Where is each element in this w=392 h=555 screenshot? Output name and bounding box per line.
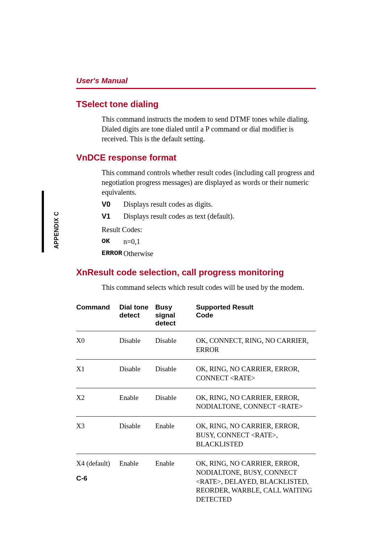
cell-bs: Disable bbox=[155, 388, 196, 416]
th-res-line2: Code bbox=[196, 311, 213, 319]
result-codes-label: Result Codes: bbox=[102, 225, 316, 235]
body-tselect: This command instructs the modem to send… bbox=[102, 114, 316, 144]
cell-bs: Disable bbox=[155, 360, 196, 388]
vndce-intro: This command controls whether result cod… bbox=[102, 168, 316, 197]
page-number: C-6 bbox=[76, 474, 87, 482]
cell-res: OK, RING, NO CARRIER, ERROR, NODIALTONE,… bbox=[196, 454, 316, 509]
th-res-line1: Supported Result bbox=[196, 303, 253, 311]
table-row: X3 Disable Enable OK, RING, NO CARRIER, … bbox=[76, 417, 316, 454]
cell-bs: Disable bbox=[155, 331, 196, 360]
cell-dt: Enable bbox=[119, 388, 155, 416]
cell-bs: Enable bbox=[155, 454, 196, 509]
cell-dt: Enable bbox=[119, 454, 155, 509]
cell-res: OK, RING, NO CARRIER, ERROR, CONNECT <RA… bbox=[196, 360, 316, 388]
cell-cmd: X0 bbox=[76, 331, 119, 360]
th-busysignal: Busy signal detect bbox=[155, 303, 196, 331]
th-command-text: Command bbox=[76, 303, 110, 311]
cell-res: OK, RING, NO CARRIER, ERROR, NODIALTONE,… bbox=[196, 388, 316, 416]
heading-tselect: TSelect tone dialing bbox=[76, 99, 316, 109]
page-header: User's Manual bbox=[76, 76, 316, 89]
cell-cmd: X1 bbox=[76, 360, 119, 388]
body-vndce: This command controls whether result cod… bbox=[102, 168, 316, 259]
key-error: ERROR bbox=[102, 249, 123, 259]
th-dt-line1: Dial tone bbox=[119, 303, 148, 311]
heading-xn: XnResult code selection, call progress m… bbox=[76, 267, 316, 278]
table-row: X0 Disable Disable OK, CONNECT, RING, NO… bbox=[76, 331, 316, 360]
page: User's Manual TSelect tone dialing This … bbox=[0, 0, 392, 509]
body-xn: This command selects which result codes … bbox=[102, 283, 316, 292]
val-ok: n=0,1 bbox=[123, 237, 316, 247]
key-ok: OK bbox=[102, 237, 123, 247]
table-row: X4 (default) Enable Enable OK, RING, NO … bbox=[76, 454, 316, 509]
cell-res: OK, RING, NO CARRIER, ERROR, BUSY, CONNE… bbox=[196, 417, 316, 454]
cell-bs: Enable bbox=[155, 417, 196, 454]
val-v1: Displays result codes as text (default). bbox=[123, 211, 316, 221]
th-result: Supported Result Code bbox=[196, 303, 316, 331]
table-row: X2 Enable Disable OK, RING, NO CARRIER, … bbox=[76, 388, 316, 416]
cell-dt: Disable bbox=[119, 331, 155, 360]
val-error: Otherwise bbox=[123, 249, 316, 259]
heading-vndce: VnDCE response format bbox=[76, 153, 316, 163]
table-row: X1 Disable Disable OK, RING, NO CARRIER,… bbox=[76, 360, 316, 388]
th-dialtone: Dial tone detect bbox=[119, 303, 155, 331]
key-v1: V1 bbox=[102, 211, 123, 221]
row-ok: OK n=0,1 bbox=[102, 237, 316, 247]
cell-cmd: X3 bbox=[76, 417, 119, 454]
th-command: Command bbox=[76, 303, 119, 331]
th-dt-line2: detect bbox=[119, 311, 140, 319]
th-bs-line1: Busy signal bbox=[155, 303, 175, 319]
xn-table: Command Dial tone detect Busy signal det… bbox=[76, 303, 316, 509]
key-v0: V0 bbox=[102, 199, 123, 209]
cell-cmd: X2 bbox=[76, 388, 119, 416]
row-v0: V0 Displays result codes as digits. bbox=[102, 199, 316, 209]
row-error: ERROR Otherwise bbox=[102, 249, 316, 259]
row-v1: V1 Displays result codes as text (defaul… bbox=[102, 211, 316, 221]
cell-res: OK, CONNECT, RING, NO CARRIER, ERROR bbox=[196, 331, 316, 360]
cell-dt: Disable bbox=[119, 417, 155, 454]
cell-dt: Disable bbox=[119, 360, 155, 388]
th-bs-line2: detect bbox=[155, 319, 176, 327]
val-v0: Displays result codes as digits. bbox=[123, 199, 316, 209]
table-header-row: Command Dial tone detect Busy signal det… bbox=[76, 303, 316, 331]
